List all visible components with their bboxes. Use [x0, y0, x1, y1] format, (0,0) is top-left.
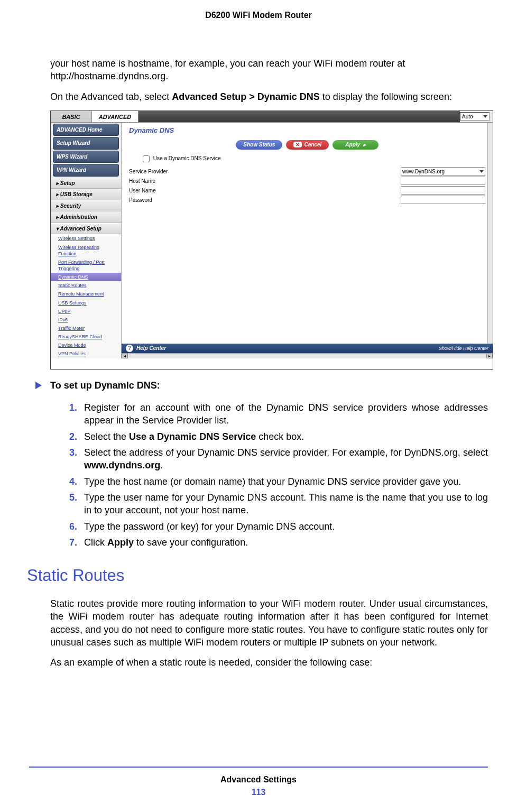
step-text: Select the Use a Dynamic DNS Service che… [84, 431, 304, 442]
side-port-forward[interactable]: Port Forwarding / Port Triggering [51, 258, 121, 273]
side-upnp[interactable]: UPnP [51, 307, 121, 316]
panel-buttons: Show Status ✕Cancel Apply ▸ [122, 138, 493, 155]
user-name-label: User Name [129, 187, 401, 195]
apply-label: Apply [345, 142, 360, 147]
ddns-form: Service Provider www.DynDNS.org Host Nam… [122, 167, 493, 205]
side-vpn-policies[interactable]: VPN Policies [51, 349, 121, 358]
service-provider-value: www.DynDNS.org [402, 168, 445, 176]
sidebar-wps-wizard[interactable]: WPS Wizard [53, 151, 119, 163]
scroll-track[interactable] [128, 354, 486, 358]
sidebar-item-setup[interactable]: ▸ Setup [51, 178, 121, 189]
step-text: Type the host name (or domain name) that… [84, 476, 461, 487]
use-ddns-label: Use a Dynamic DNS Service [153, 155, 221, 161]
footer-rule [29, 767, 488, 768]
host-name-input[interactable] [401, 177, 485, 185]
page-number: 113 [0, 788, 517, 797]
sidebar-vpn-wizard[interactable]: VPN Wizard [53, 164, 119, 177]
cancel-label: Cancel [304, 142, 321, 147]
sidebar-label: Advanced Setup [60, 226, 101, 232]
procedure-arrow-icon [35, 382, 42, 389]
scroll-left-icon[interactable]: ◂ [122, 354, 128, 358]
side-wireless-settings[interactable]: Wireless Settings [51, 234, 121, 243]
step-text: Click Apply to save your configuration. [84, 537, 248, 548]
service-provider-label: Service Provider [129, 168, 401, 176]
step-4: 4.Type the host name (or domain name) th… [69, 475, 488, 488]
step-6: 6.Type the password (or key) for your Dy… [69, 520, 488, 533]
p2-text-c: to display the following screen: [320, 91, 452, 102]
help-title: Help Center [136, 345, 166, 352]
t-bold: Apply [107, 537, 134, 548]
chevron-down-icon [483, 115, 487, 118]
close-icon: ✕ [293, 142, 302, 147]
step-1: 1.Register for an account with one of th… [69, 401, 488, 427]
router-screenshot: BASIC ADVANCED Auto ADVANCED Home Setup … [50, 110, 493, 370]
sidebar-label: Setup [60, 180, 75, 186]
ss-sidebar: ADVANCED Home Setup Wizard WPS Wizard VP… [51, 123, 122, 358]
step-5: 5.Type the user name for your Dynamic DN… [69, 491, 488, 517]
side-readyshare[interactable]: ReadySHARE Cloud [51, 333, 121, 341]
service-provider-select[interactable]: www.DynDNS.org [401, 167, 485, 176]
step-text: Register for an account with one of the … [84, 402, 488, 426]
sidebar-item-security[interactable]: ▸ Security [51, 200, 121, 212]
side-dynamic-dns[interactable]: Dynamic DNS [51, 273, 121, 281]
side-wireless-repeat[interactable]: Wireless Repeating Function [51, 243, 121, 258]
sidebar-advanced-home[interactable]: ADVANCED Home [53, 124, 119, 136]
page-content: your host name is hostname, for example,… [0, 20, 517, 669]
help-icon: ? [126, 345, 133, 352]
t-bold: Use a Dynamic DNS Service [129, 431, 256, 442]
t: Select the [84, 431, 129, 442]
side-device-mode[interactable]: Device Mode [51, 341, 121, 349]
sidebar-label: Security [60, 203, 81, 209]
top-spacer [139, 111, 460, 122]
sidebar-setup-wizard[interactable]: Setup Wizard [53, 137, 119, 150]
t: Select the address of your Dynamic DNS s… [84, 447, 488, 458]
ss-main-panel: Dynamic DNS Show Status ✕Cancel Apply ▸ … [122, 123, 493, 358]
side-remote-mgmt[interactable]: Remote Management [51, 290, 121, 298]
t: Click [84, 537, 107, 548]
sidebar-label: USB Storage [60, 191, 93, 197]
vertical-scrollbar[interactable] [487, 123, 493, 344]
help-center-bar[interactable]: ? Help Center Show/Hide Help Center [122, 344, 493, 353]
step-text: Type the user name for your Dynamic DNS … [84, 492, 488, 515]
t: to save your configuration. [134, 537, 248, 548]
p2-path: Advanced Setup > Dynamic DNS [172, 91, 320, 102]
password-input[interactable] [401, 196, 485, 204]
sidebar-item-admin[interactable]: ▸ Administration [51, 211, 121, 223]
step-text: Type the password (or key) for your Dyna… [84, 521, 335, 532]
use-ddns-checkbox[interactable] [143, 155, 150, 162]
user-name-input[interactable] [401, 186, 485, 195]
t: check box. [256, 431, 304, 442]
side-static-routes[interactable]: Static Routes [51, 281, 121, 290]
p2-text-a: On the Advanced tab, select [50, 91, 172, 102]
sidebar-item-usb[interactable]: ▸ USB Storage [51, 189, 121, 200]
host-name-label: Host Name [129, 178, 401, 185]
side-usb-settings[interactable]: USB Settings [51, 299, 121, 307]
refresh-select-value: Auto [462, 113, 473, 121]
side-ipv6[interactable]: IPv6 [51, 316, 121, 324]
step-3: 3.Select the address of your Dynamic DNS… [69, 446, 488, 472]
procedure-title: To set up Dynamic DNS: [50, 379, 160, 392]
tab-basic[interactable]: BASIC [51, 111, 92, 122]
page-header: D6200 WiFi Modem Router [0, 0, 517, 20]
help-toggle[interactable]: Show/Hide Help Center [439, 345, 488, 352]
cancel-button[interactable]: ✕Cancel [286, 140, 329, 150]
static-routes-para-1: Static routes provide more routing infor… [50, 597, 488, 649]
chevron-down-icon [479, 170, 484, 173]
use-ddns-row: Use a Dynamic DNS Service [122, 155, 493, 167]
ss-body: ADVANCED Home Setup Wizard WPS Wizard VP… [51, 123, 493, 358]
horizontal-scrollbar[interactable]: ◂ ▸ [122, 353, 493, 358]
page-footer: Advanced Settings 113 [0, 767, 517, 797]
show-status-button[interactable]: Show Status [236, 140, 282, 150]
scroll-right-icon[interactable]: ▸ [486, 354, 493, 358]
static-routes-para-2: As an example of when a static route is … [50, 656, 488, 669]
apply-button[interactable]: Apply ▸ [333, 140, 378, 150]
t: . [160, 460, 163, 470]
footer-section-title: Advanced Settings [0, 775, 517, 785]
tab-advanced[interactable]: ADVANCED [92, 111, 139, 122]
refresh-select[interactable]: Auto [460, 112, 490, 121]
static-routes-heading: Static Routes [27, 565, 488, 587]
ss-top-bar: BASIC ADVANCED Auto [51, 111, 493, 123]
intro-para-2: On the Advanced tab, select Advanced Set… [50, 90, 488, 103]
side-traffic[interactable]: Traffic Meter [51, 324, 121, 333]
sidebar-item-advsetup[interactable]: ▾ Advanced Setup [51, 223, 121, 235]
